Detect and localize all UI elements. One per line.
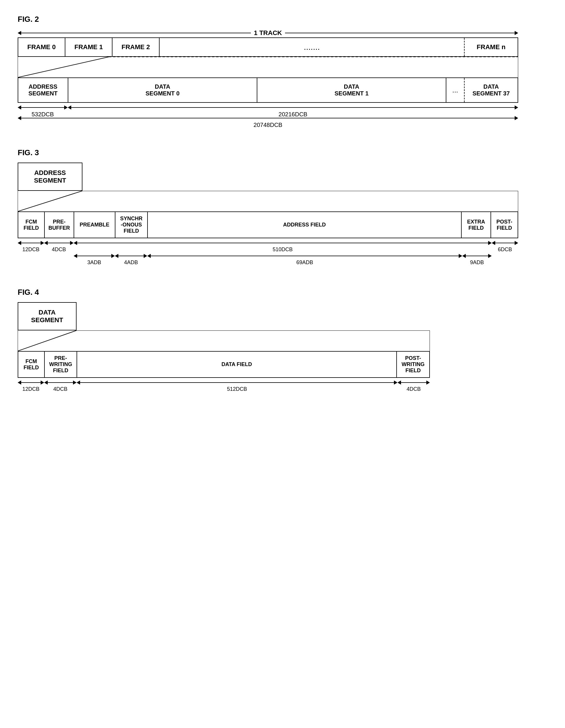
line xyxy=(21,243,41,243)
fig2-meas-container: 532DCB 20216DCB 20748DCB xyxy=(18,104,518,125)
line xyxy=(48,382,73,383)
arrow-left xyxy=(397,380,401,385)
seg-dots: ... xyxy=(446,78,465,102)
fig4-meas-pre: 4DCB xyxy=(44,379,77,392)
data-seg1-box: DATA SEGMENT 1 xyxy=(257,78,446,102)
svg-line-11 xyxy=(18,330,77,351)
arrow-right xyxy=(426,380,430,385)
line xyxy=(118,256,144,256)
arrow-right xyxy=(515,241,518,245)
line xyxy=(80,382,394,383)
arrow-left xyxy=(492,241,495,245)
fig4-meas-data: 512DCB xyxy=(77,379,397,392)
track-arrow-right xyxy=(515,31,518,35)
synchronous-field: SYNCHR -ONOUS FIELD xyxy=(115,212,148,238)
fig4-pre-writing-field: PRE- WRITING FIELD xyxy=(45,352,77,377)
arrow-right xyxy=(488,254,492,258)
arrow-right xyxy=(111,254,115,258)
meas-3adb: 3ADB xyxy=(74,252,115,266)
meas-510dcb: 510DCB xyxy=(74,239,492,253)
line xyxy=(466,256,488,256)
arrow-left xyxy=(74,254,77,258)
arrow-right xyxy=(394,380,397,385)
arrow-left xyxy=(77,380,80,385)
post-field: POST- FIELD xyxy=(491,212,518,238)
line xyxy=(495,243,515,243)
arrow-right xyxy=(70,241,74,245)
arrow-left xyxy=(462,254,466,258)
preamble-field: PREAMBLE xyxy=(74,212,115,238)
fcm-field: FCM FIELD xyxy=(18,212,45,238)
meas-4dcb: 4DCB xyxy=(44,239,74,253)
line xyxy=(77,243,488,243)
frame0-box: FRAME 0 xyxy=(18,38,65,56)
arrow-right xyxy=(41,380,44,385)
fig3-adb-meas: 3ADB 4ADB 69ADB xyxy=(18,252,518,264)
fig4-section: FIG. 4 DATA SEGMENT FCM FIELD PRE- WRITI… xyxy=(18,288,547,391)
fig4-top-box: DATA SEGMENT xyxy=(18,302,77,330)
svg-line-2 xyxy=(18,57,109,77)
fig4-fcm-field: FCM FIELD xyxy=(18,352,45,377)
arrow-left xyxy=(18,241,21,245)
arrow-left xyxy=(147,254,151,258)
fig4-data-field: DATA FIELD xyxy=(77,352,397,377)
svg-line-7 xyxy=(18,191,82,211)
fig3-expand-svg xyxy=(18,191,518,211)
arrow-right xyxy=(459,254,462,258)
line xyxy=(77,256,111,256)
line xyxy=(401,382,426,383)
fig4-post-writing-field: POST- WRITING FIELD xyxy=(397,352,429,377)
address-field: ADDRESS FIELD xyxy=(148,212,462,238)
frame-dots: ....... xyxy=(160,38,465,56)
framen-box: FRAME n xyxy=(465,38,518,56)
arrow-left xyxy=(74,241,77,245)
arrow-right xyxy=(41,241,44,245)
meas-20748dcb: 20748DCB xyxy=(18,115,518,128)
fig3-top-box: ADDRESS SEGMENT xyxy=(18,163,82,191)
frames-row: FRAME 0 FRAME 1 FRAME 2 ....... FRAME n xyxy=(18,37,518,57)
track-label-row: 1 TRACK xyxy=(18,29,518,37)
arrow-right xyxy=(73,380,77,385)
track-arrow-line-right xyxy=(285,33,515,33)
meas-4adb: 4ADB xyxy=(115,252,147,266)
line xyxy=(21,382,41,383)
arrow-left xyxy=(115,254,118,258)
track-arrow-line-left xyxy=(21,33,251,33)
line xyxy=(151,256,459,256)
frame2-box: FRAME 2 xyxy=(112,38,160,56)
track-label-text: 1 TRACK xyxy=(254,29,282,37)
fig4-meas: 12DCB 4DCB 512DCB xyxy=(18,379,430,391)
data-seg37-box: DATA SEGMENT 37 xyxy=(465,78,518,102)
track-arrow-left xyxy=(18,31,21,35)
fig2-label: FIG. 2 xyxy=(18,15,547,24)
segments-row: ADDRESS SEGMENT DATA SEGMENT 0 DATA SEGM… xyxy=(18,77,518,103)
arrow-right xyxy=(144,254,147,258)
fig3-fields-row: FCM FIELD PRE- BUFFER PREAMBLE SYNCHR -O… xyxy=(18,211,518,238)
addr-seg-box: ADDRESS SEGMENT xyxy=(18,78,68,102)
line xyxy=(48,243,70,243)
arrow-left xyxy=(18,380,21,385)
data-seg0-box: DATA SEGMENT 0 xyxy=(68,78,257,102)
fig4-meas-post: 4DCB xyxy=(397,379,430,392)
fig2-section: FIG. 2 1 TRACK FRAME 0 FRAME 1 FRAME 2 .… xyxy=(18,15,547,125)
arrow-left xyxy=(44,241,48,245)
frame1-box: FRAME 1 xyxy=(65,38,112,56)
meas-6dcb: 6DCB xyxy=(492,239,518,253)
extra-field: EXTRA FIELD xyxy=(462,212,491,238)
fig3-dcb-meas: 12DCB 4DCB 510DCB xyxy=(18,239,518,251)
pre-buffer-field: PRE- BUFFER xyxy=(45,212,74,238)
arrow-right xyxy=(488,241,492,245)
fig4-fields-row: FCM FIELD PRE- WRITING FIELD DATA FIELD … xyxy=(18,351,430,378)
meas-9adb: 9ADB xyxy=(462,252,492,266)
arrow-left xyxy=(44,380,48,385)
fig3-section: FIG. 3 ADDRESS SEGMENT FCM FIELD PRE- BU… xyxy=(18,148,547,264)
fig4-meas-fcm: 12DCB xyxy=(18,379,44,392)
fig2-expand-svg xyxy=(18,57,518,77)
fig3-label: FIG. 3 xyxy=(18,148,547,157)
meas-69adb: 69ADB xyxy=(147,252,462,266)
meas-12dcb: 12DCB xyxy=(18,239,44,253)
fig4-expand-svg xyxy=(18,330,430,351)
fig4-label: FIG. 4 xyxy=(18,288,547,297)
